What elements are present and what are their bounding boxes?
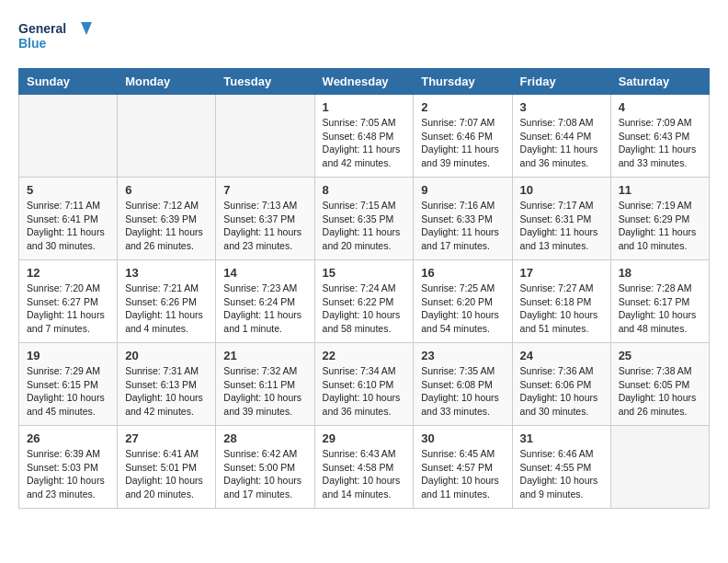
- day-number: 12: [27, 266, 109, 280]
- day-number: 14: [223, 266, 306, 280]
- day-info: Sunrise: 7:11 AM Sunset: 6:41 PM Dayligh…: [27, 199, 109, 253]
- day-info: Sunrise: 7:09 AM Sunset: 6:43 PM Dayligh…: [619, 116, 701, 170]
- day-cell: 12Sunrise: 7:20 AM Sunset: 6:27 PM Dayli…: [19, 260, 118, 343]
- day-info: Sunrise: 7:29 AM Sunset: 6:15 PM Dayligh…: [27, 364, 109, 419]
- week-row-2: 5Sunrise: 7:11 AM Sunset: 6:41 PM Daylig…: [19, 178, 710, 260]
- day-number: 5: [27, 183, 109, 197]
- day-cell: 29Sunrise: 6:43 AM Sunset: 4:58 PM Dayli…: [314, 426, 414, 509]
- day-number: 27: [125, 431, 208, 445]
- day-cell: 5Sunrise: 7:11 AM Sunset: 6:41 PM Daylig…: [19, 178, 118, 260]
- day-number: 1: [323, 100, 406, 114]
- week-row-5: 26Sunrise: 6:39 AM Sunset: 5:03 PM Dayli…: [19, 426, 710, 509]
- day-info: Sunrise: 7:13 AM Sunset: 6:37 PM Dayligh…: [223, 199, 306, 253]
- day-cell: 17Sunrise: 7:27 AM Sunset: 6:18 PM Dayli…: [512, 260, 610, 343]
- day-number: 16: [421, 266, 504, 280]
- day-cell: [610, 426, 709, 509]
- day-cell: 27Sunrise: 6:41 AM Sunset: 5:01 PM Dayli…: [118, 426, 216, 509]
- day-number: 18: [619, 266, 701, 280]
- day-cell: [118, 95, 216, 178]
- day-info: Sunrise: 6:45 AM Sunset: 4:57 PM Dayligh…: [421, 447, 504, 501]
- day-number: 13: [125, 266, 208, 280]
- day-number: 30: [421, 431, 504, 445]
- col-header-wednesday: Wednesday: [314, 69, 414, 95]
- day-number: 22: [323, 349, 406, 362]
- day-number: 20: [125, 349, 208, 362]
- day-info: Sunrise: 7:28 AM Sunset: 6:17 PM Dayligh…: [619, 282, 701, 336]
- day-cell: 24Sunrise: 7:36 AM Sunset: 6:06 PM Dayli…: [512, 343, 610, 426]
- day-info: Sunrise: 7:25 AM Sunset: 6:20 PM Dayligh…: [421, 282, 504, 336]
- day-number: 19: [27, 349, 109, 362]
- day-info: Sunrise: 6:46 AM Sunset: 4:55 PM Dayligh…: [520, 447, 603, 501]
- day-info: Sunrise: 7:27 AM Sunset: 6:18 PM Dayligh…: [520, 282, 603, 336]
- day-cell: 21Sunrise: 7:32 AM Sunset: 6:11 PM Dayli…: [216, 343, 314, 426]
- svg-text:Blue: Blue: [18, 36, 47, 51]
- day-cell: 7Sunrise: 7:13 AM Sunset: 6:37 PM Daylig…: [216, 178, 314, 260]
- week-row-4: 19Sunrise: 7:29 AM Sunset: 6:15 PM Dayli…: [19, 343, 710, 426]
- day-info: Sunrise: 7:16 AM Sunset: 6:33 PM Dayligh…: [421, 199, 504, 253]
- day-number: 8: [323, 183, 406, 197]
- day-info: Sunrise: 7:34 AM Sunset: 6:10 PM Dayligh…: [323, 364, 406, 419]
- col-header-friday: Friday: [512, 69, 610, 95]
- day-cell: 1Sunrise: 7:05 AM Sunset: 6:48 PM Daylig…: [314, 95, 414, 178]
- day-info: Sunrise: 7:23 AM Sunset: 6:24 PM Dayligh…: [223, 282, 306, 336]
- day-cell: 23Sunrise: 7:35 AM Sunset: 6:08 PM Dayli…: [414, 343, 512, 426]
- day-number: 7: [223, 183, 306, 197]
- day-number: 2: [421, 100, 504, 114]
- day-number: 10: [520, 183, 603, 197]
- day-cell: 20Sunrise: 7:31 AM Sunset: 6:13 PM Dayli…: [118, 343, 216, 426]
- day-info: Sunrise: 7:24 AM Sunset: 6:22 PM Dayligh…: [323, 282, 406, 336]
- day-number: 28: [223, 431, 306, 445]
- day-cell: 26Sunrise: 6:39 AM Sunset: 5:03 PM Dayli…: [19, 426, 118, 509]
- col-header-thursday: Thursday: [414, 69, 512, 95]
- day-cell: 10Sunrise: 7:17 AM Sunset: 6:31 PM Dayli…: [512, 178, 610, 260]
- col-header-saturday: Saturday: [610, 69, 709, 95]
- day-info: Sunrise: 7:08 AM Sunset: 6:44 PM Dayligh…: [520, 116, 603, 170]
- day-cell: 11Sunrise: 7:19 AM Sunset: 6:29 PM Dayli…: [610, 178, 709, 260]
- day-number: 23: [421, 349, 504, 362]
- day-info: Sunrise: 7:36 AM Sunset: 6:06 PM Dayligh…: [520, 364, 603, 419]
- day-number: 11: [619, 183, 701, 197]
- day-cell: 25Sunrise: 7:38 AM Sunset: 6:05 PM Dayli…: [610, 343, 709, 426]
- day-info: Sunrise: 7:20 AM Sunset: 6:27 PM Dayligh…: [27, 282, 109, 336]
- day-cell: 16Sunrise: 7:25 AM Sunset: 6:20 PM Dayli…: [414, 260, 512, 343]
- day-number: 26: [27, 431, 109, 445]
- day-cell: 8Sunrise: 7:15 AM Sunset: 6:35 PM Daylig…: [314, 178, 414, 260]
- day-cell: 9Sunrise: 7:16 AM Sunset: 6:33 PM Daylig…: [414, 178, 512, 260]
- day-info: Sunrise: 6:39 AM Sunset: 5:03 PM Dayligh…: [27, 447, 109, 501]
- svg-text:General: General: [18, 21, 66, 36]
- day-info: Sunrise: 6:41 AM Sunset: 5:01 PM Dayligh…: [125, 447, 208, 501]
- day-number: 24: [520, 349, 603, 362]
- day-number: 6: [125, 183, 208, 197]
- day-info: Sunrise: 7:17 AM Sunset: 6:31 PM Dayligh…: [520, 199, 603, 253]
- col-header-sunday: Sunday: [19, 69, 118, 95]
- day-number: 3: [520, 100, 603, 114]
- day-info: Sunrise: 7:15 AM Sunset: 6:35 PM Dayligh…: [323, 199, 406, 253]
- day-cell: 14Sunrise: 7:23 AM Sunset: 6:24 PM Dayli…: [216, 260, 314, 343]
- col-header-monday: Monday: [118, 69, 216, 95]
- day-number: 31: [520, 431, 603, 445]
- day-number: 15: [323, 266, 406, 280]
- day-number: 4: [619, 100, 701, 114]
- day-number: 9: [421, 183, 504, 197]
- day-info: Sunrise: 7:31 AM Sunset: 6:13 PM Dayligh…: [125, 364, 208, 419]
- day-info: Sunrise: 7:38 AM Sunset: 6:05 PM Dayligh…: [619, 364, 701, 419]
- day-cell: 22Sunrise: 7:34 AM Sunset: 6:10 PM Dayli…: [314, 343, 414, 426]
- calendar-table: SundayMondayTuesdayWednesdayThursdayFrid…: [18, 68, 710, 509]
- logo: General Blue: [18, 18, 92, 59]
- day-cell: 19Sunrise: 7:29 AM Sunset: 6:15 PM Dayli…: [19, 343, 118, 426]
- day-info: Sunrise: 7:32 AM Sunset: 6:11 PM Dayligh…: [223, 364, 306, 419]
- day-cell: 3Sunrise: 7:08 AM Sunset: 6:44 PM Daylig…: [512, 95, 610, 178]
- day-cell: 28Sunrise: 6:42 AM Sunset: 5:00 PM Dayli…: [216, 426, 314, 509]
- day-cell: 31Sunrise: 6:46 AM Sunset: 4:55 PM Dayli…: [512, 426, 610, 509]
- day-cell: 18Sunrise: 7:28 AM Sunset: 6:17 PM Dayli…: [610, 260, 709, 343]
- header: General Blue: [18, 18, 710, 59]
- day-cell: 6Sunrise: 7:12 AM Sunset: 6:39 PM Daylig…: [118, 178, 216, 260]
- day-info: Sunrise: 6:42 AM Sunset: 5:00 PM Dayligh…: [223, 447, 306, 501]
- svg-marker-2: [81, 22, 92, 35]
- day-info: Sunrise: 7:07 AM Sunset: 6:46 PM Dayligh…: [421, 116, 504, 170]
- logo-svg: General Blue: [18, 18, 92, 59]
- day-number: 17: [520, 266, 603, 280]
- day-cell: 13Sunrise: 7:21 AM Sunset: 6:26 PM Dayli…: [118, 260, 216, 343]
- day-info: Sunrise: 7:35 AM Sunset: 6:08 PM Dayligh…: [421, 364, 504, 419]
- header-row: SundayMondayTuesdayWednesdayThursdayFrid…: [19, 69, 710, 95]
